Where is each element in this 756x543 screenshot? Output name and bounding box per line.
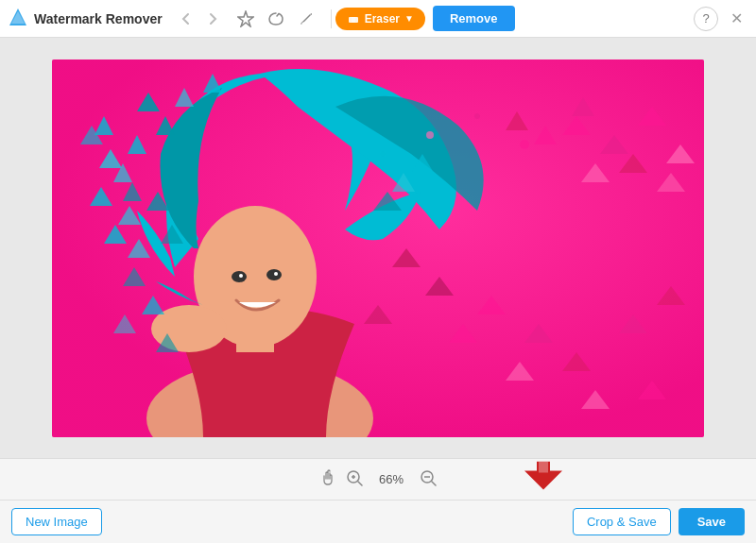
remove-label: Remove: [450, 11, 498, 25]
polygon-tool-button[interactable]: [232, 6, 259, 32]
save-button[interactable]: Save: [679, 508, 745, 535]
tool-group: [232, 6, 319, 32]
eraser-button[interactable]: Eraser ▼: [335, 8, 425, 30]
crop-save-button[interactable]: Crop & Save: [573, 508, 671, 535]
svg-line-70: [432, 482, 436, 485]
svg-point-63: [380, 151, 386, 157]
remove-button[interactable]: Remove: [433, 6, 515, 31]
arrow-indicator: [520, 461, 567, 498]
zoom-out-button[interactable]: [420, 469, 437, 490]
svg-marker-1: [11, 11, 25, 24]
new-image-label: New Image: [26, 515, 88, 529]
svg-point-14: [274, 272, 278, 276]
back-button[interactable]: [174, 7, 198, 31]
help-button[interactable]: ?: [694, 7, 718, 31]
close-button[interactable]: ✕: [724, 7, 748, 31]
statusbar: 66%: [0, 458, 756, 500]
zoom-controls: 66%: [319, 469, 437, 490]
titlebar: Watermark Remover: [0, 0, 756, 38]
close-icon: ✕: [730, 9, 743, 27]
canvas-area: [0, 38, 756, 458]
image-container[interactable]: [52, 59, 704, 437]
crop-save-label: Crop & Save: [587, 515, 657, 529]
svg-point-11: [232, 271, 247, 282]
svg-rect-73: [539, 461, 548, 472]
lasso-tool-button[interactable]: [263, 6, 289, 32]
divider: [331, 9, 332, 28]
actionbar: New Image Crop & Save Save: [0, 500, 756, 543]
svg-marker-2: [238, 11, 253, 26]
titlebar-right: ? ✕: [694, 7, 748, 31]
svg-point-62: [520, 140, 529, 149]
eraser-label: Eraser: [365, 12, 400, 25]
svg-marker-71: [524, 470, 562, 489]
eraser-chevron: ▼: [404, 13, 414, 24]
new-image-button[interactable]: New Image: [11, 508, 102, 535]
zoom-level: 66%: [372, 472, 410, 486]
svg-line-67: [358, 482, 362, 485]
svg-point-13: [266, 269, 282, 280]
help-icon: ?: [702, 11, 709, 25]
save-label: Save: [697, 515, 726, 529]
app-logo: [8, 7, 28, 30]
zoom-in-button[interactable]: [346, 469, 363, 490]
svg-rect-4: [352, 17, 355, 23]
forward-button[interactable]: [200, 7, 225, 31]
svg-point-60: [426, 131, 434, 139]
svg-point-61: [474, 113, 480, 119]
svg-point-12: [239, 274, 243, 278]
hand-tool-button[interactable]: [319, 469, 336, 490]
pen-tool-button[interactable]: [293, 6, 319, 32]
right-actions: Crop & Save Save: [573, 508, 745, 535]
app-title: Watermark Remover: [34, 11, 163, 26]
svg-rect-9: [236, 314, 274, 352]
nav-group: [174, 7, 225, 31]
